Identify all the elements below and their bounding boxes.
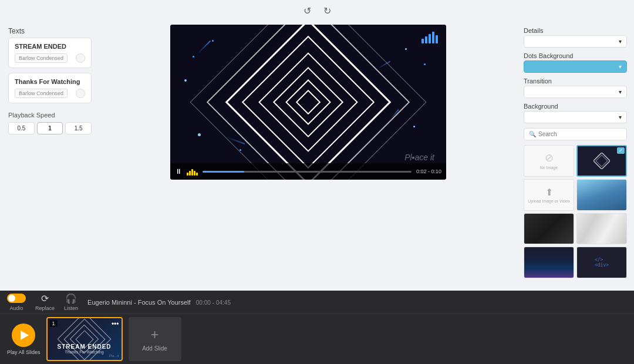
- no-image-icon: ⊘: [545, 151, 554, 164]
- texts-section-label: Texts: [8, 27, 92, 35]
- audio-time-start: 00:00: [196, 299, 211, 306]
- no-image-thumb[interactable]: ⊘ No Image: [524, 145, 574, 177]
- undo-button[interactable]: ↺: [301, 4, 313, 17]
- add-icon: +: [151, 326, 159, 343]
- audio-toggle-switch[interactable]: [7, 294, 26, 303]
- slide-1-title: STREAM ENDED: [48, 343, 122, 350]
- listen-button[interactable]: 🎧 Listen: [64, 293, 78, 311]
- listen-label: Listen: [64, 305, 78, 311]
- text-card-1-color[interactable]: [76, 53, 85, 63]
- image-grid: ⊘ No Image ✓ ⬆ Upload Image or Video: [524, 145, 627, 278]
- upload-icon: ⬆: [545, 187, 553, 198]
- selected-bg-thumb[interactable]: ✓: [576, 145, 627, 177]
- center-area: Pl▪ace it ⏸: [100, 21, 517, 291]
- code-thumb[interactable]: </><div>: [576, 247, 627, 278]
- replace-button[interactable]: ⟳ Replace: [35, 293, 55, 311]
- dots-bg-chevron-icon: ▾: [619, 63, 622, 70]
- play-pause-icon[interactable]: ⏸: [175, 167, 182, 176]
- headphones-icon: 🎧: [65, 293, 77, 304]
- details-label: Details: [524, 27, 627, 34]
- transition-chevron-icon: ▾: [619, 89, 622, 95]
- add-slide-label: Add Slide: [142, 345, 167, 352]
- video-background: Pl▪ace it: [170, 25, 446, 180]
- slide-1-background: STREAM ENDED Thanks For Watching Pla...i…: [48, 318, 122, 360]
- image-search-row[interactable]: 🔍: [524, 128, 627, 140]
- bottom-bar: Audio ⟳ Replace 🎧 Listen Eugerio Mininni…: [0, 291, 634, 364]
- selected-indicator: ✓: [617, 147, 625, 154]
- progress-bar[interactable]: [203, 171, 412, 173]
- upload-label: Upload Image or Video: [528, 199, 569, 203]
- transition-label: Transition: [524, 77, 627, 85]
- slide-1-number: 1: [50, 320, 58, 327]
- dots-bg-label: Dots Background: [524, 52, 627, 59]
- replace-icon: ⟳: [41, 293, 49, 304]
- text-card-1[interactable]: STREAM ENDED Barlow Condensed: [8, 38, 92, 68]
- search-icon: 🔍: [529, 131, 536, 137]
- audio-controls: Audio ⟳ Replace 🎧 Listen Eugerio Mininni…: [0, 291, 634, 314]
- dark-texture-thumb[interactable]: [524, 213, 574, 245]
- play-circle: [12, 323, 35, 347]
- left-panel: Texts STREAM ENDED Barlow Condensed Than…: [0, 21, 100, 291]
- text-card-2-color[interactable]: [76, 89, 85, 98]
- background-label: Background: [524, 103, 627, 110]
- text-card-2-font[interactable]: Barlow Condensed: [15, 89, 68, 98]
- audio-label: Audio: [9, 305, 23, 311]
- toolbar: ↺ ↻: [0, 0, 634, 21]
- selected-thumb-icon: [593, 153, 610, 169]
- video-content: Pl▪ace it ⏸: [170, 25, 446, 180]
- audio-track-info: Eugerio Mininni - Focus On Yourself 00:0…: [87, 299, 627, 306]
- text-card-2[interactable]: Thanks For Watching Barlow Condensed: [8, 73, 92, 103]
- toggle-knob: [8, 295, 15, 302]
- speed-buttons: 0.5 1 1.5: [8, 122, 92, 134]
- playback-speed-label: Playback Speed: [8, 112, 92, 119]
- speed-btn-1-5[interactable]: 1.5: [65, 122, 92, 134]
- volume-indicator: [421, 32, 438, 43]
- city-night-thumb[interactable]: [524, 247, 574, 278]
- details-chevron-icon: ▾: [619, 38, 622, 45]
- background-chevron-icon: ▾: [619, 114, 622, 120]
- volume-bars: [187, 167, 198, 176]
- play-triangle-icon: [21, 331, 29, 340]
- play-all-button[interactable]: Play All Slides: [7, 323, 41, 355]
- time-display: 0:02 - 0:10: [416, 168, 441, 174]
- add-slide-button[interactable]: + Add Slide: [129, 317, 181, 361]
- speed-btn-1[interactable]: 1: [37, 122, 63, 134]
- slide-1-thumb[interactable]: STREAM ENDED Thanks For Watching Pla...i…: [46, 317, 123, 361]
- dots-bg-dropdown[interactable]: ▾: [524, 60, 627, 73]
- video-controls: ⏸ 0:02 - 0:10: [170, 163, 446, 180]
- progress-fill: [203, 171, 244, 173]
- playback-speed-section: Playback Speed 0.5 1 1.5: [8, 112, 92, 134]
- details-dropdown[interactable]: ▾: [524, 35, 627, 48]
- no-image-label: No Image: [540, 166, 558, 170]
- transition-dropdown[interactable]: ▾: [524, 86, 627, 98]
- text-card-1-font[interactable]: Barlow Condensed: [15, 53, 68, 63]
- slides-area: Play All Slides STREAM ENDED Thanks For …: [0, 314, 634, 364]
- slide-1-menu-icon[interactable]: •••: [112, 320, 119, 328]
- slide-1-subtitle: Thanks For Watching: [48, 350, 122, 354]
- video-container: Pl▪ace it ⏸: [170, 25, 446, 180]
- right-panel: Details ▾ Dots Background ▾ Transition ▾: [517, 21, 634, 291]
- main-area: Texts STREAM ENDED Barlow Condensed Than…: [0, 21, 634, 291]
- sky-bg-thumb[interactable]: [576, 179, 627, 211]
- marble-bg-thumb[interactable]: [576, 213, 627, 245]
- background-dropdown[interactable]: ▾: [524, 111, 627, 123]
- upload-image-thumb[interactable]: ⬆ Upload Image or Video: [524, 179, 574, 211]
- text-card-1-title: STREAM ENDED: [15, 43, 85, 50]
- audio-toggle[interactable]: Audio: [7, 294, 26, 311]
- replace-label: Replace: [35, 305, 55, 311]
- play-all-label: Play All Slides: [7, 349, 41, 355]
- search-input[interactable]: [538, 131, 622, 137]
- watermark: Pl▪ace it: [404, 153, 434, 162]
- slide-1-watermark: Pla...it: [109, 354, 119, 358]
- audio-time-end: 04:45: [216, 299, 231, 306]
- speed-btn-0-5[interactable]: 0.5: [8, 122, 35, 134]
- audio-track-name: Eugerio Mininni - Focus On Yourself: [87, 299, 190, 306]
- text-card-2-title: Thanks For Watching: [15, 78, 85, 85]
- redo-button[interactable]: ↻: [321, 4, 333, 17]
